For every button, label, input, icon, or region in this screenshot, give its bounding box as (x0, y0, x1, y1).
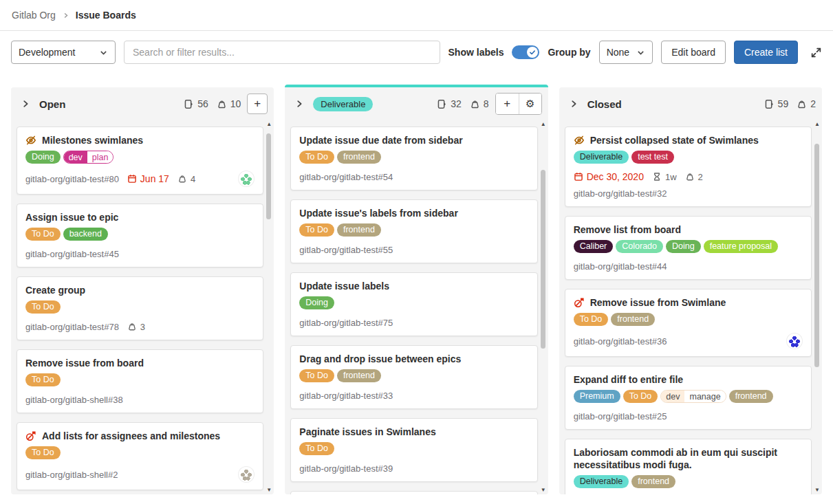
column-counts: 328 (437, 98, 488, 109)
issue-card[interactable]: Expand diff to entire filePremiumTo Dode… (565, 366, 812, 430)
issue-card[interactable]: Add lists for assignees and milestonesTo… (17, 422, 263, 490)
add-issue-button[interactable]: + (247, 94, 268, 114)
issue-label[interactable]: frontend (337, 151, 381, 164)
issue-card[interactable]: Remove issue from SwimlaneTo Dofrontendg… (565, 289, 812, 357)
issue-title: Persist collapsed state of Swimlanes (590, 134, 759, 146)
show-labels-toggle[interactable] (512, 45, 539, 59)
chevron-down-icon (636, 48, 645, 57)
scroll-up-arrow-icon[interactable]: ▲ (539, 122, 548, 127)
issue-label[interactable]: frontend (611, 313, 655, 326)
issue-label[interactable]: Doing (299, 296, 334, 309)
issue-label[interactable]: Deliverable (574, 475, 629, 488)
issue-card[interactable]: Update issue's labels from sidebarTo Dof… (290, 199, 537, 263)
issue-label[interactable]: Premium (574, 390, 620, 403)
search-input[interactable] (124, 41, 440, 64)
issue-label[interactable]: Caliber (574, 240, 614, 253)
scoped-label-key: dev (661, 391, 684, 402)
scroll-down-arrow-icon[interactable]: ▼ (813, 487, 821, 493)
weight-icon (470, 99, 480, 109)
issue-label[interactable]: To Do (574, 313, 609, 326)
assignee-avatar (786, 333, 803, 349)
due-date: Dec 30, 2020 (574, 171, 644, 182)
issue-label[interactable]: To Do (299, 369, 334, 382)
scoped-issue-label[interactable]: devplan (63, 151, 114, 164)
issue-title: Create group (25, 284, 85, 296)
collapse-column-button[interactable] (18, 96, 33, 111)
issue-title-row: Create group (25, 284, 255, 296)
issue-label[interactable]: To Do (25, 228, 61, 241)
issue-label[interactable]: backend (63, 228, 108, 241)
issue-labels: To Dobackend (25, 228, 255, 241)
issue-label[interactable]: Colorado (616, 240, 663, 253)
issue-meta-row: gitlab-org/gitlab-test#54 (299, 171, 528, 183)
due-date-value: Jun 17 (140, 173, 169, 184)
issue-title-row: Update issue due date from sidebar (299, 134, 528, 146)
board: Open5610+Milestones swimlanesDoingdevpla… (0, 64, 833, 494)
scroll-up-arrow-icon[interactable]: ▲ (265, 122, 273, 127)
board-column-closed: Closed592Persist collapsed state of Swim… (559, 87, 822, 494)
scroll-down-arrow-icon[interactable]: ▼ (265, 487, 273, 493)
issue-label[interactable]: To Do (25, 446, 61, 459)
issue-title-row: Update issue's labels from sidebar (299, 207, 528, 219)
group-by-dropdown[interactable]: None (599, 41, 653, 64)
issue-card[interactable]: Persist collapsed state of SwimlanesDeli… (565, 127, 812, 207)
issue-card[interactable]: Remove issue from boardTo Dogitlab-org/g… (17, 349, 263, 413)
scroll-down-arrow-icon[interactable]: ▼ (539, 487, 548, 493)
edit-board-button[interactable]: Edit board (661, 41, 726, 64)
issue-card[interactable]: Assign issue to epicTo Dobackendgitlab-o… (17, 204, 263, 267)
issue-card[interactable]: Milestones swimlanesDoingdevplangitlab-o… (17, 127, 263, 195)
issue-card[interactable]: Create groupTo Dogitlab-org/gitlab-test#… (17, 276, 263, 340)
issue-label[interactable]: frontend (337, 223, 381, 237)
issue-card[interactable]: Update issue labelsDoinggitlab-org/gitla… (290, 272, 537, 336)
issue-card[interactable] (290, 491, 537, 494)
list-settings-button[interactable]: ⚙ (519, 94, 541, 114)
issue-label[interactable]: To Do (299, 151, 334, 164)
issue-label[interactable]: frontend (631, 475, 675, 488)
toggle-check-icon (527, 47, 538, 58)
issue-label[interactable]: frontend (337, 369, 381, 382)
issue-label[interactable]: To Do (299, 223, 334, 237)
issue-label[interactable]: Doing (25, 151, 61, 164)
issue-label[interactable]: Deliverable (574, 151, 629, 164)
issue-label[interactable]: Doing (666, 240, 701, 253)
fullscreen-toggle-icon[interactable] (810, 47, 822, 58)
scrollbar-thumb[interactable] (266, 133, 271, 219)
collapse-column-button[interactable] (292, 96, 307, 111)
add-issue-button[interactable]: + (496, 94, 519, 114)
column-cards: Update issue due date from sidebarTo Dof… (285, 120, 548, 494)
scroll-up-arrow-icon[interactable]: ▲ (813, 122, 821, 127)
issue-card[interactable]: Drag and drop issue between epicsTo Dofr… (290, 345, 537, 409)
issue-label[interactable]: To Do (299, 442, 334, 455)
breadcrumb-group-link[interactable]: Gitlab Org (12, 10, 56, 21)
collapse-column-button[interactable] (566, 96, 581, 111)
issue-label[interactable]: frontend (729, 390, 773, 403)
create-list-button[interactable]: Create list (734, 41, 798, 64)
scrollbar-thumb[interactable] (541, 170, 545, 349)
issue-reference: gitlab-org/gitlab-test#80 (25, 174, 119, 184)
issue-label[interactable]: To Do (623, 390, 658, 403)
issue-reference: gitlab-org/gitlab-test#44 (574, 261, 667, 272)
issue-card[interactable]: Update issue due date from sidebarTo Dof… (290, 127, 537, 190)
weight-count-value: 2 (810, 98, 816, 109)
issue-meta-row: gitlab-org/gitlab-test#783 (25, 320, 255, 333)
board-switcher-dropdown[interactable]: Development (11, 41, 116, 64)
issue-title: Laboriosam commodi ab in eum qui suscipi… (574, 446, 803, 471)
issue-card[interactable]: Remove list from boardCaliberColoradoDoi… (565, 216, 812, 280)
issue-card[interactable]: Laboriosam commodi ab in eum qui suscipi… (565, 439, 812, 494)
issue-label[interactable]: test test (631, 151, 674, 164)
board-column-deliverable: Deliverable328+⚙Update issue due date fr… (285, 85, 548, 494)
confidential-icon (25, 135, 36, 146)
issue-meta-row: gitlab-org/gitlab-test#44 (574, 260, 803, 272)
scrollbar-thumb[interactable] (814, 144, 819, 367)
issue-label[interactable]: feature proposal (704, 240, 778, 253)
issue-meta-row: gitlab-org/gitlab-shell#38 (25, 393, 255, 406)
issue-labels: PremiumTo Dodevmanagefrontend (574, 390, 803, 403)
issue-reference: gitlab-org/gitlab-test#54 (299, 172, 393, 182)
issue-label[interactable]: To Do (25, 300, 61, 314)
scoped-issue-label[interactable]: devmanage (660, 390, 726, 403)
issue-title: Paginate issues in Swimlanes (299, 426, 435, 438)
issue-label[interactable]: To Do (25, 373, 61, 386)
confidential-icon (574, 135, 585, 146)
issue-card[interactable]: Paginate issues in SwimlanesTo Dogitlab-… (290, 418, 537, 482)
issue-meta-row: gitlab-org/gitlab-shell#2 (25, 466, 255, 483)
